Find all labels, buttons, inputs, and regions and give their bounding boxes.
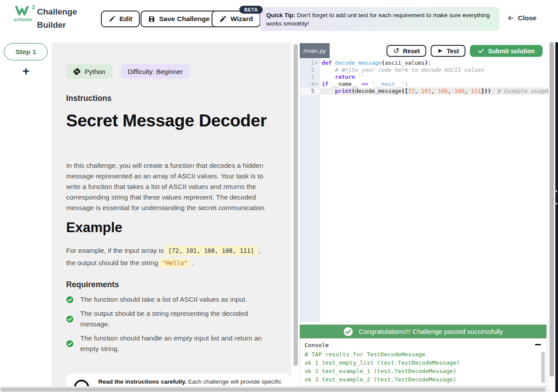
example-suffix: .: [192, 259, 193, 266]
reset-icon: ↺: [393, 48, 399, 54]
test-button[interactable]: Test: [431, 45, 465, 57]
beta-badge: BETA: [239, 6, 263, 14]
horizontal-scrollbar-thumb[interactable]: [0, 388, 546, 392]
window-edge-strip: [555, 0, 558, 392]
requirement-item: The output should be a string representi…: [66, 308, 267, 329]
logo-sup: 3: [32, 4, 35, 11]
quick-tip-label: Quick Tip:: [266, 12, 295, 18]
line-number: 2: [300, 67, 320, 74]
instructions-heading: Instructions: [66, 94, 112, 103]
page-title-line1: Challenge: [37, 5, 77, 18]
challenge-description: In this challenge, you will create a fun…: [66, 160, 272, 213]
vertical-scrollbar-track[interactable]: [548, 0, 555, 392]
check-circle-icon: [66, 315, 74, 323]
success-banner: Congratulations!!! Challenge passed succ…: [300, 325, 547, 338]
requirement-item: The function should take a list of ASCII…: [66, 294, 267, 305]
example-code-string: "Hello": [160, 258, 191, 268]
line-number: 4▾: [300, 81, 320, 88]
w3-logo-icon: [15, 6, 31, 16]
code-lines[interactable]: 1▾def decode_message(ascii_values):2 # W…: [300, 59, 547, 95]
fold-arrow-icon[interactable]: ▾: [314, 59, 319, 67]
line-number: 5: [300, 88, 320, 95]
console-title: Console: [305, 342, 542, 348]
close-button[interactable]: Close: [507, 14, 536, 22]
file-tab-main-py[interactable]: /main.py: [300, 43, 330, 58]
check-icon: [478, 48, 484, 54]
console-minimize-button[interactable]: [535, 344, 541, 345]
success-check-icon: [343, 327, 353, 337]
reset-button-label: Reset: [403, 48, 420, 55]
note-text-rest: Each challenge will provide specific: [186, 378, 281, 385]
vertical-scrollbar-thumb[interactable]: [550, 42, 554, 377]
code-line-1[interactable]: 1▾def decode_message(ascii_values):: [300, 59, 547, 67]
note-text-bold: Read the instructions carefully.: [98, 378, 186, 385]
instructions-panel: Python Difficulty: Beginner Instructions…: [52, 42, 291, 386]
line-number: 3: [300, 74, 320, 81]
note-text: Read the instructions carefully. Each ch…: [98, 374, 286, 386]
code-text[interactable]: if __name__ == '__main__':: [320, 81, 547, 88]
play-icon: [437, 48, 443, 54]
code-editor[interactable]: /main.py ↺ Reset Test Submit solution 1▾…: [300, 42, 547, 322]
reset-button[interactable]: ↺ Reset: [387, 45, 426, 57]
console-scrollbar-thumb[interactable]: [541, 352, 545, 383]
submit-button-label: Submit solution: [488, 48, 535, 55]
python-icon: [73, 68, 81, 75]
pencil-icon: [108, 15, 115, 22]
code-line-4[interactable]: 4▾if __name__ == '__main__':: [300, 81, 547, 88]
edit-button-label: Edit: [119, 15, 132, 23]
line-number: 1▾: [300, 59, 320, 67]
difficulty-badge: Difficulty: Beginner: [121, 64, 190, 79]
editor-gutter: [300, 58, 320, 322]
check-circle-icon: [66, 340, 74, 348]
edit-button[interactable]: Edit: [101, 11, 140, 27]
quick-tip-text: Don't forget to add unit test for each r…: [266, 12, 490, 27]
example-prefix: For example, if the input array is: [66, 247, 164, 254]
header: 3 schools Challenge Builder Edit Save Ch…: [0, 0, 558, 42]
fold-arrow-icon[interactable]: ▾: [314, 81, 319, 88]
code-line-3[interactable]: 3 return '': [300, 74, 547, 81]
close-button-label: Close: [518, 14, 536, 22]
requirement-text: The function should handle an empty inpu…: [80, 333, 267, 354]
save-challenge-button[interactable]: Save Challenge: [141, 11, 217, 27]
edge-dot: [556, 190, 557, 192]
console-line: # TAP results for TestDecodeMessage: [305, 350, 542, 359]
arrow-left-icon: [507, 15, 515, 22]
code-text[interactable]: print(decode_message([72, 101, 108, 108,…: [320, 88, 548, 95]
check-circle-icon: [66, 296, 74, 303]
console-output: # TAP results for TestDecodeMessageok 1 …: [305, 350, 542, 384]
requirement-text: The function should take a list of ASCII…: [80, 294, 247, 305]
save-icon: [148, 15, 155, 22]
note-card: Read the instructions carefully. Each ch…: [66, 374, 291, 386]
requirements-list: The function should take a list of ASCII…: [66, 294, 267, 354]
test-button-label: Test: [446, 48, 459, 55]
w3schools-logo: 3 schools: [12, 6, 33, 22]
instructions-scrollbar-thumb[interactable]: [294, 44, 298, 366]
code-text[interactable]: # Write your code here to decode ASCII v…: [320, 67, 547, 74]
requirements-heading: Requirements: [66, 280, 119, 289]
page-title: Challenge Builder: [37, 5, 77, 32]
note-circle-icon: [74, 380, 89, 386]
page-title-line2: Builder: [37, 18, 77, 32]
horizontal-scrollbar-track[interactable]: [0, 386, 558, 392]
step-1-button[interactable]: Step 1: [4, 43, 48, 60]
code-text[interactable]: return '': [320, 74, 547, 81]
code-line-5[interactable]: 5 print(decode_message([72, 101, 108, 10…: [300, 88, 547, 95]
magic-wand-icon: [219, 15, 227, 23]
requirement-text: The output should be a string representi…: [80, 308, 267, 329]
requirement-item: The function should handle an empty inpu…: [66, 333, 267, 354]
console-line: ok 3 test_example_2 (test.TestDecodeMess…: [305, 375, 542, 384]
example-code-array: [72, 101, 108, 108, 111]: [165, 246, 257, 255]
code-text[interactable]: def decode_message(ascii_values):: [320, 59, 547, 67]
challenge-title: Secret Message Decoder: [66, 110, 278, 131]
example-paragraph: For example, if the input array is[72, 1…: [66, 244, 265, 269]
console-line: ok 1 test_empty_list (test.TestDecodeMes…: [305, 359, 542, 367]
language-badge-label: Python: [85, 68, 105, 75]
edge-dot: [556, 203, 557, 204]
wizard-button-label: Wizard: [231, 15, 253, 23]
add-step-button[interactable]: +: [20, 65, 32, 78]
console-line: ok 2 test_example_1 (test.TestDecodeMess…: [305, 367, 542, 375]
console-panel: Console # TAP results for TestDecodeMess…: [300, 338, 547, 386]
submit-solution-button[interactable]: Submit solution: [470, 45, 543, 57]
example-heading: Example: [66, 220, 123, 236]
code-line-2[interactable]: 2 # Write your code here to decode ASCII…: [300, 67, 547, 74]
